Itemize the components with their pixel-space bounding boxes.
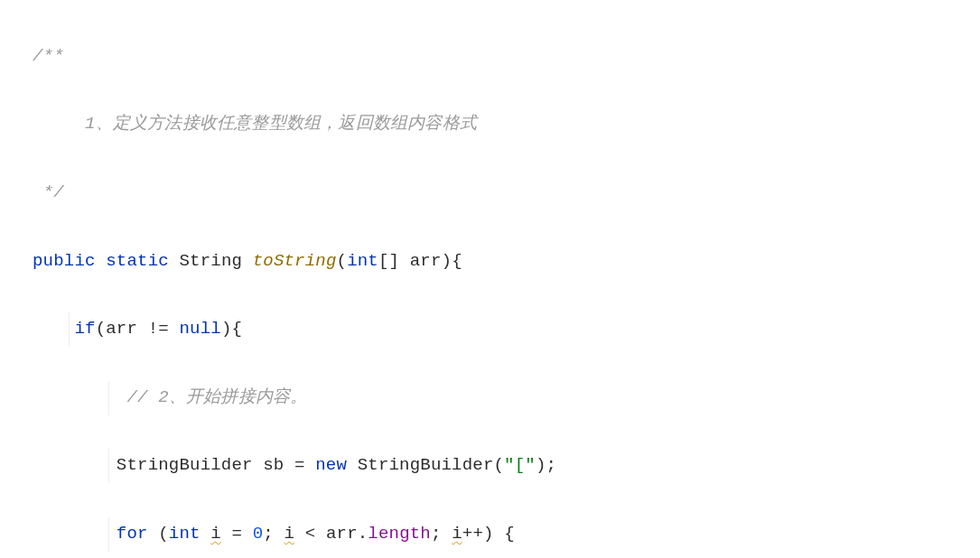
param-arr: [] arr){: [378, 251, 462, 271]
for-sep: ;: [431, 524, 452, 544]
sb-ctor: StringBuilder(: [347, 455, 504, 475]
code-line[interactable]: for (int i = 0; i < arr.length; i++) {: [0, 517, 980, 552]
keyword-new: new: [315, 455, 347, 475]
line-comment: // 2、开始拼接内容。: [126, 387, 307, 407]
for-sep: ;: [263, 524, 284, 544]
sp: [201, 524, 211, 544]
code-line[interactable]: /**: [0, 40, 980, 74]
keyword-public: public: [33, 251, 96, 271]
if-cond: (arr !=: [96, 319, 180, 339]
brace: ){: [221, 319, 242, 339]
code-line[interactable]: if(arr != null){: [0, 312, 980, 347]
for-lt: < arr.: [294, 524, 368, 544]
keyword-int: int: [347, 251, 378, 271]
keyword-static: static: [106, 251, 169, 271]
code-line[interactable]: // 2、开始拼接内容。: [0, 381, 980, 415]
method-name: toString: [253, 251, 337, 271]
javadoc-start: /**: [33, 46, 64, 66]
keyword-for: for: [117, 524, 148, 544]
number-zero: 0: [253, 524, 264, 544]
for-inc: ++) {: [462, 524, 515, 544]
string-literal: "[": [504, 455, 536, 475]
keyword-if: if: [74, 319, 95, 339]
field-length: length: [368, 524, 431, 544]
code-line[interactable]: */: [0, 176, 980, 210]
keyword-int: int: [169, 524, 201, 544]
paren-close: );: [536, 455, 556, 475]
keyword-null: null: [179, 319, 220, 339]
javadoc-body: 1、定义方法接收任意整型数组，返回数组内容格式: [33, 114, 477, 134]
type-string: String: [179, 251, 242, 271]
code-editor[interactable]: /** 1、定义方法接收任意整型数组，返回数组内容格式 */ public st…: [0, 0, 980, 558]
var-i: i: [285, 524, 295, 544]
code-line[interactable]: public static String toString(int[] arr)…: [0, 245, 980, 279]
for-open: (: [148, 524, 169, 544]
var-i: i: [210, 524, 221, 544]
sb-decl: StringBuilder sb =: [117, 455, 315, 475]
javadoc-end: */: [33, 182, 64, 202]
code-line[interactable]: 1、定义方法接收任意整型数组，返回数组内容格式: [0, 107, 980, 142]
for-eq: =: [221, 524, 253, 544]
code-line[interactable]: StringBuilder sb = new StringBuilder("["…: [0, 449, 980, 483]
var-i: i: [452, 524, 462, 544]
